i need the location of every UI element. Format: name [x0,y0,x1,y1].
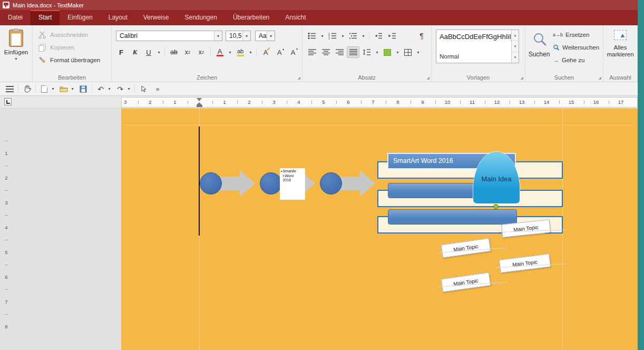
grow-font-button[interactable]: A [273,46,286,58]
left-indent-icon[interactable] [197,105,202,107]
dialog-launcher-icon[interactable] [298,76,300,80]
tab-datei[interactable]: Datei [0,10,31,25]
multilevel-list-dropdown[interactable] [360,30,366,42]
format-painter-button[interactable]: Format übertragen [38,55,100,65]
smartart-text-pane[interactable]: • SmartArt Word 2016 [280,168,305,200]
underline-button[interactable]: U [142,46,155,58]
cut-button[interactable]: Ausschneiden [38,30,88,40]
align-justify-button[interactable] [347,46,359,58]
find-next-button[interactable]: Weitersuchen [553,43,599,52]
shrink-font-button[interactable]: A [287,46,299,58]
line-spacing-dropdown[interactable] [374,46,380,58]
pan-hand-button[interactable] [22,84,32,94]
toolbar-overflow-button[interactable]: » [152,84,162,94]
paste-dropdown[interactable] [0,56,32,61]
bullet-list-dropdown[interactable] [319,30,325,42]
increase-indent-button[interactable] [386,30,398,42]
search-button[interactable] [532,32,548,47]
font-color-dropdown[interactable] [227,46,233,58]
tab-ueberarbeiten[interactable]: Überarbeiten [225,10,277,25]
select-all-button[interactable]: Alles markieren [604,44,636,58]
redo-button[interactable]: ↷ [115,84,125,94]
change-case-button[interactable]: Aa [255,31,275,41]
bold-button[interactable]: F [115,46,128,58]
scroll-up-icon[interactable]: ▲ [512,30,519,41]
tab-verweise[interactable]: Verweise [135,10,177,25]
italic-button[interactable]: K [129,46,141,58]
shading-dropdown[interactable] [395,46,401,58]
tab-layout[interactable]: Layout [101,10,135,25]
new-document-button[interactable] [39,84,50,94]
open-dropdown[interactable] [70,86,75,91]
rotation-handle[interactable] [493,204,499,209]
smartart-bar[interactable] [388,209,517,225]
shading-button[interactable] [381,46,394,58]
select-all-icon[interactable] [614,30,627,40]
chevron-down-icon[interactable] [214,31,222,41]
first-line-indent-icon[interactable] [197,98,202,101]
chevron-down-icon[interactable] [242,31,250,41]
tab-einfuegen[interactable]: Einfügen [60,10,100,25]
font-family-select[interactable]: Calibri [116,31,222,41]
copy-button[interactable]: Kopieren [38,43,74,52]
save-button[interactable] [78,84,89,94]
redo-dropdown[interactable] [126,86,131,91]
tab-ansicht[interactable]: Ansicht [277,10,314,25]
multilevel-list-button[interactable] [347,30,359,42]
borders-dropdown[interactable] [415,46,421,58]
main-topic-shape[interactable]: Main Topic [441,273,491,293]
scroll-down-icon[interactable]: ▼ [512,41,519,52]
search-label[interactable]: Suchen [526,51,552,58]
underline-dropdown[interactable] [156,46,162,58]
style-name[interactable]: Normal [440,53,511,60]
chevron-down-icon[interactable] [267,31,275,41]
replace-button[interactable]: a→b Ersetzen [553,30,589,40]
style-gallery[interactable]: AaBbCcDdEeFfGgHhIiIj Normal ▲ ▼ ▼ [436,30,519,63]
style-preview[interactable]: AaBbCcDdEeFfGgHhIiIj [440,33,511,41]
strikethrough-button[interactable]: ab [168,46,180,58]
dialog-launcher-icon[interactable] [521,76,523,80]
align-left-button[interactable] [306,46,318,58]
dialog-launcher-icon[interactable] [599,76,601,80]
process-arrow-icon[interactable] [338,170,375,197]
superscript-button[interactable]: x2 [195,46,208,58]
paste-button[interactable]: Einfügen [0,49,32,55]
undo-dropdown[interactable] [107,86,112,91]
font-size-select[interactable]: 10,5 [226,31,251,41]
line-spacing-button[interactable] [360,46,373,58]
menu-button[interactable] [4,84,15,94]
document-page[interactable]: SmartArt Word 2016 • SmartArt Word 2016 … [121,109,638,350]
align-center-button[interactable] [319,46,332,58]
select-tool-button[interactable] [138,84,149,94]
formatting-marks-button[interactable]: ¶ [415,30,428,42]
undo-button[interactable]: ↶ [95,84,106,94]
character-style-button[interactable]: A [259,46,272,58]
main-topic-shape[interactable]: Main Topic [441,238,491,258]
paste-icon[interactable] [9,30,23,47]
style-gallery-scrollbar[interactable]: ▲ ▼ ▼ [511,30,519,63]
new-document-dropdown[interactable] [51,86,55,91]
subscript-button[interactable]: x2 [181,46,194,58]
highlight-dropdown[interactable] [248,46,253,58]
font-color-button[interactable]: A [213,46,226,58]
main-topic-shape[interactable]: Main Topic [499,254,551,273]
open-button[interactable] [58,84,69,94]
goto-button[interactable]: → Gehe zu [553,55,584,65]
highlight-button[interactable]: ab [234,46,247,58]
align-right-button[interactable] [333,46,346,58]
decrease-indent-button[interactable] [372,30,385,42]
numbered-list-button[interactable]: 123 [326,30,339,42]
process-circle-node[interactable] [260,172,282,195]
bullet-list-button[interactable] [306,30,318,42]
tab-start[interactable]: Start [31,10,60,25]
tab-selector[interactable] [4,98,12,105]
borders-button[interactable] [402,46,414,58]
numbered-list-dropdown[interactable] [340,30,346,42]
tab-sendungen[interactable]: Sendungen [177,10,225,25]
process-arrow-icon[interactable] [218,170,255,197]
indent-marker[interactable] [197,98,202,107]
process-circle-node[interactable] [320,172,342,195]
gallery-more-icon[interactable]: ▼ [512,52,519,63]
dialog-launcher-icon[interactable] [427,76,430,80]
process-circle-node[interactable] [200,172,222,195]
